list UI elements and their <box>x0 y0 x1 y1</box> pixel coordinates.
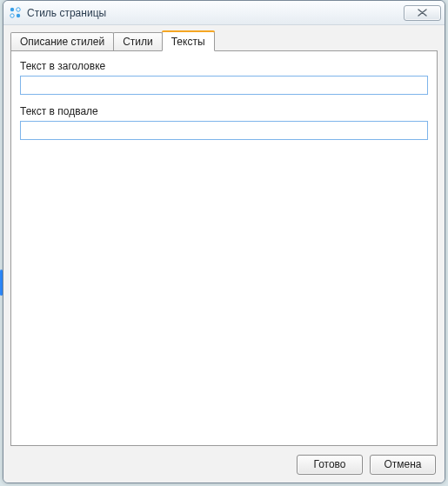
app-icon <box>9 6 23 20</box>
button-label: Отмена <box>384 458 421 470</box>
window-title: Стиль страницы <box>27 7 404 19</box>
tab-page-texts: Текст в заголовке Текст в подвале <box>10 50 438 446</box>
tab-label: Тексты <box>171 36 205 48</box>
dialog-button-row: Готово Отмена <box>10 446 438 483</box>
button-label: Готово <box>313 458 345 470</box>
header-text-label: Текст в заголовке <box>20 60 428 72</box>
close-icon <box>418 9 427 17</box>
tab-label: Описание стилей <box>20 36 104 48</box>
close-button[interactable] <box>404 5 441 21</box>
cancel-button[interactable]: Отмена <box>370 455 436 475</box>
tab-styles[interactable]: Стили <box>113 32 163 50</box>
tab-texts[interactable]: Тексты <box>162 31 215 51</box>
footer-text-label: Текст в подвале <box>20 105 428 117</box>
header-text-input[interactable] <box>20 76 428 95</box>
client-area: Описание стилей Стили Тексты Текст в заг… <box>3 25 445 483</box>
footer-text-input[interactable] <box>20 121 428 140</box>
titlebar[interactable]: Стиль страницы <box>3 1 445 25</box>
ok-button[interactable]: Готово <box>297 455 363 475</box>
svg-point-2 <box>10 13 14 17</box>
tab-label: Стили <box>123 36 153 48</box>
tabstrip: Описание стилей Стили Тексты <box>10 30 438 50</box>
tab-style-description[interactable]: Описание стилей <box>10 32 114 50</box>
svg-point-1 <box>17 7 20 10</box>
svg-point-0 <box>10 7 14 10</box>
svg-point-3 <box>17 13 20 17</box>
dialog-window: Стиль страницы Описание стилей Стили Тек… <box>3 0 445 483</box>
